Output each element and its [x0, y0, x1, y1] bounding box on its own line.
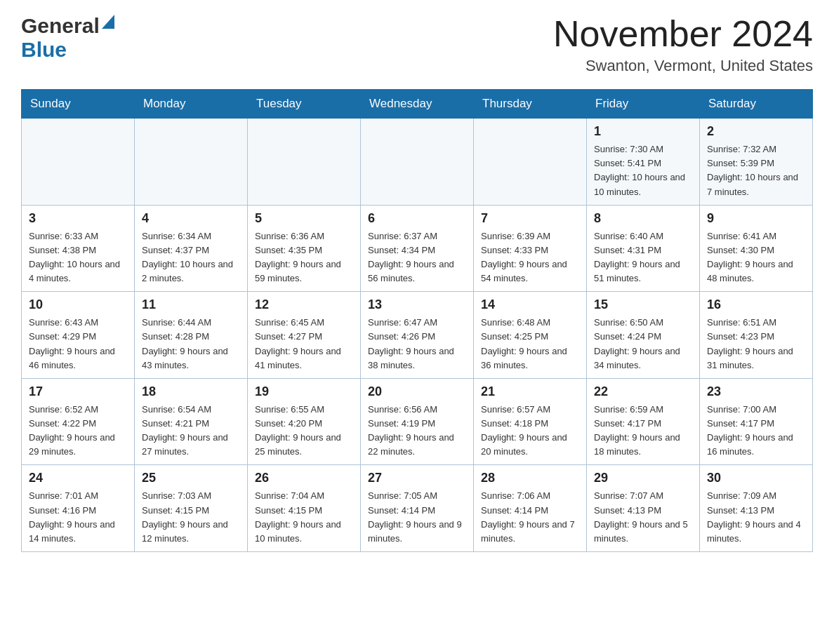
day-number: 1	[594, 124, 692, 139]
calendar-cell	[248, 119, 361, 206]
day-info: Sunrise: 6:50 AMSunset: 4:24 PMDaylight:…	[594, 316, 692, 373]
day-number: 12	[255, 297, 353, 312]
day-number: 16	[707, 297, 805, 312]
calendar-cell	[22, 119, 135, 206]
day-info: Sunrise: 6:57 AMSunset: 4:18 PMDaylight:…	[481, 403, 579, 459]
calendar-cell: 14Sunrise: 6:48 AMSunset: 4:25 PMDayligh…	[474, 292, 587, 379]
weekday-header-tuesday: Tuesday	[248, 90, 361, 119]
day-number: 3	[29, 211, 127, 226]
day-info: Sunrise: 6:56 AMSunset: 4:19 PMDaylight:…	[368, 403, 466, 459]
day-number: 4	[142, 211, 240, 226]
day-info: Sunrise: 6:41 AMSunset: 4:30 PMDaylight:…	[707, 229, 805, 286]
day-info: Sunrise: 7:01 AMSunset: 4:16 PMDaylight:…	[29, 489, 127, 546]
calendar-cell: 18Sunrise: 6:54 AMSunset: 4:21 PMDayligh…	[135, 378, 248, 465]
day-info: Sunrise: 6:59 AMSunset: 4:17 PMDaylight:…	[594, 403, 692, 459]
calendar-cell	[361, 119, 474, 206]
calendar-cell: 22Sunrise: 6:59 AMSunset: 4:17 PMDayligh…	[587, 378, 700, 465]
day-info: Sunrise: 7:09 AMSunset: 4:13 PMDaylight:…	[707, 489, 805, 546]
day-info: Sunrise: 6:37 AMSunset: 4:34 PMDaylight:…	[368, 229, 466, 286]
logo-blue-text: Blue	[21, 38, 67, 61]
calendar-cell	[474, 119, 587, 206]
day-number: 13	[368, 297, 466, 312]
calendar-cell: 11Sunrise: 6:44 AMSunset: 4:28 PMDayligh…	[135, 292, 248, 379]
weekday-header-wednesday: Wednesday	[361, 90, 474, 119]
day-number: 19	[255, 384, 353, 399]
day-info: Sunrise: 6:39 AMSunset: 4:33 PMDaylight:…	[481, 229, 579, 286]
month-year-title: November 2024	[553, 14, 813, 54]
calendar-cell: 19Sunrise: 6:55 AMSunset: 4:20 PMDayligh…	[248, 378, 361, 465]
day-number: 6	[368, 211, 466, 226]
day-number: 21	[481, 384, 579, 399]
calendar-cell: 25Sunrise: 7:03 AMSunset: 4:15 PMDayligh…	[135, 465, 248, 552]
calendar-week-row: 3Sunrise: 6:33 AMSunset: 4:38 PMDaylight…	[22, 205, 813, 292]
weekday-header-monday: Monday	[135, 90, 248, 119]
day-number: 30	[707, 471, 805, 485]
day-number: 10	[29, 297, 127, 312]
title-section: November 2024 Swanton, Vermont, United S…	[553, 14, 813, 75]
weekday-header-row: SundayMondayTuesdayWednesdayThursdayFrid…	[22, 90, 813, 119]
day-info: Sunrise: 6:51 AMSunset: 4:23 PMDaylight:…	[707, 316, 805, 373]
day-info: Sunrise: 6:44 AMSunset: 4:28 PMDaylight:…	[142, 316, 240, 373]
logo: General Blue	[21, 14, 114, 62]
day-info: Sunrise: 7:07 AMSunset: 4:13 PMDaylight:…	[594, 489, 692, 546]
calendar-cell: 3Sunrise: 6:33 AMSunset: 4:38 PMDaylight…	[22, 205, 135, 292]
weekday-header-thursday: Thursday	[474, 90, 587, 119]
day-number: 22	[594, 384, 692, 399]
weekday-header-friday: Friday	[587, 90, 700, 119]
weekday-header-saturday: Saturday	[700, 90, 813, 119]
day-number: 23	[707, 384, 805, 399]
location-subtitle: Swanton, Vermont, United States	[553, 57, 813, 75]
day-info: Sunrise: 7:03 AMSunset: 4:15 PMDaylight:…	[142, 489, 240, 546]
day-info: Sunrise: 6:54 AMSunset: 4:21 PMDaylight:…	[142, 403, 240, 459]
calendar-cell: 8Sunrise: 6:40 AMSunset: 4:31 PMDaylight…	[587, 205, 700, 292]
day-info: Sunrise: 6:55 AMSunset: 4:20 PMDaylight:…	[255, 403, 353, 459]
day-number: 7	[481, 211, 579, 226]
calendar-week-row: 17Sunrise: 6:52 AMSunset: 4:22 PMDayligh…	[22, 378, 813, 465]
calendar-cell: 29Sunrise: 7:07 AMSunset: 4:13 PMDayligh…	[587, 465, 700, 552]
day-number: 28	[481, 471, 579, 485]
day-number: 24	[29, 471, 127, 485]
day-info: Sunrise: 6:36 AMSunset: 4:35 PMDaylight:…	[255, 229, 353, 286]
weekday-header-sunday: Sunday	[22, 90, 135, 119]
day-number: 26	[255, 471, 353, 485]
day-info: Sunrise: 7:05 AMSunset: 4:14 PMDaylight:…	[368, 489, 466, 546]
calendar-cell: 1Sunrise: 7:30 AMSunset: 5:41 PMDaylight…	[587, 119, 700, 206]
logo-triangle-icon	[102, 15, 114, 29]
calendar-cell: 28Sunrise: 7:06 AMSunset: 4:14 PMDayligh…	[474, 465, 587, 552]
day-info: Sunrise: 7:06 AMSunset: 4:14 PMDaylight:…	[481, 489, 579, 546]
day-number: 9	[707, 211, 805, 226]
calendar-week-row: 1Sunrise: 7:30 AMSunset: 5:41 PMDaylight…	[22, 119, 813, 206]
calendar-cell: 6Sunrise: 6:37 AMSunset: 4:34 PMDaylight…	[361, 205, 474, 292]
calendar-cell: 30Sunrise: 7:09 AMSunset: 4:13 PMDayligh…	[700, 465, 813, 552]
day-number: 8	[594, 211, 692, 226]
calendar-cell: 20Sunrise: 6:56 AMSunset: 4:19 PMDayligh…	[361, 378, 474, 465]
calendar-cell: 15Sunrise: 6:50 AMSunset: 4:24 PMDayligh…	[587, 292, 700, 379]
day-info: Sunrise: 7:30 AMSunset: 5:41 PMDaylight:…	[594, 142, 692, 199]
calendar-cell: 16Sunrise: 6:51 AMSunset: 4:23 PMDayligh…	[700, 292, 813, 379]
calendar-cell: 2Sunrise: 7:32 AMSunset: 5:39 PMDaylight…	[700, 119, 813, 206]
calendar-cell: 13Sunrise: 6:47 AMSunset: 4:26 PMDayligh…	[361, 292, 474, 379]
day-number: 15	[594, 297, 692, 312]
calendar-cell: 23Sunrise: 7:00 AMSunset: 4:17 PMDayligh…	[700, 378, 813, 465]
day-info: Sunrise: 6:47 AMSunset: 4:26 PMDaylight:…	[368, 316, 466, 373]
day-number: 11	[142, 297, 240, 312]
calendar-week-row: 10Sunrise: 6:43 AMSunset: 4:29 PMDayligh…	[22, 292, 813, 379]
day-info: Sunrise: 7:32 AMSunset: 5:39 PMDaylight:…	[707, 142, 805, 199]
calendar-cell: 4Sunrise: 6:34 AMSunset: 4:37 PMDaylight…	[135, 205, 248, 292]
day-number: 14	[481, 297, 579, 312]
day-number: 27	[368, 471, 466, 485]
day-number: 29	[594, 471, 692, 485]
day-info: Sunrise: 7:04 AMSunset: 4:15 PMDaylight:…	[255, 489, 353, 546]
day-info: Sunrise: 6:33 AMSunset: 4:38 PMDaylight:…	[29, 229, 127, 286]
calendar-cell: 12Sunrise: 6:45 AMSunset: 4:27 PMDayligh…	[248, 292, 361, 379]
day-number: 20	[368, 384, 466, 399]
page-header: General Blue November 2024 Swanton, Verm…	[21, 14, 813, 75]
calendar-cell: 10Sunrise: 6:43 AMSunset: 4:29 PMDayligh…	[22, 292, 135, 379]
calendar-cell: 17Sunrise: 6:52 AMSunset: 4:22 PMDayligh…	[22, 378, 135, 465]
day-info: Sunrise: 6:34 AMSunset: 4:37 PMDaylight:…	[142, 229, 240, 286]
day-number: 5	[255, 211, 353, 226]
day-number: 25	[142, 471, 240, 485]
logo-general-text: General	[21, 14, 100, 38]
calendar-week-row: 24Sunrise: 7:01 AMSunset: 4:16 PMDayligh…	[22, 465, 813, 552]
day-info: Sunrise: 6:45 AMSunset: 4:27 PMDaylight:…	[255, 316, 353, 373]
